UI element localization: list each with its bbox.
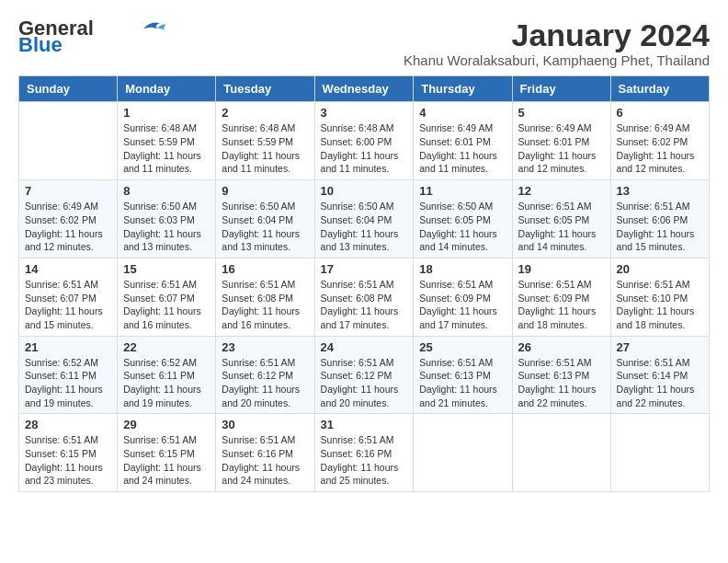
day-content: Sunrise: 6:51 AMSunset: 6:16 PMDaylight:… [222, 433, 308, 488]
table-row: 15Sunrise: 6:51 AMSunset: 6:07 PMDayligh… [118, 258, 216, 336]
day-content: Sunrise: 6:48 AMSunset: 5:59 PMDaylight:… [123, 121, 210, 176]
day-number: 2 [222, 106, 308, 120]
day-content: Sunrise: 6:50 AMSunset: 6:04 PMDaylight:… [321, 200, 408, 254]
table-row: 23Sunrise: 6:51 AMSunset: 6:12 PMDayligh… [216, 336, 314, 414]
day-number: 27 [617, 340, 703, 354]
day-content: Sunrise: 6:51 AMSunset: 6:14 PMDaylight:… [617, 356, 703, 410]
day-content: Sunrise: 6:51 AMSunset: 6:05 PMDaylight:… [518, 200, 605, 254]
day-number: 3 [321, 106, 408, 120]
col-friday: Friday [512, 76, 610, 102]
day-content: Sunrise: 6:51 AMSunset: 6:12 PMDaylight:… [321, 356, 408, 410]
day-content: Sunrise: 6:51 AMSunset: 6:09 PMDaylight:… [419, 278, 506, 332]
day-content: Sunrise: 6:51 AMSunset: 6:13 PMDaylight:… [419, 356, 506, 410]
day-number: 13 [617, 184, 703, 198]
day-number: 25 [419, 340, 506, 354]
table-row: 27Sunrise: 6:51 AMSunset: 6:14 PMDayligh… [610, 336, 709, 414]
logo: General Blue [18, 18, 165, 55]
table-row: 21Sunrise: 6:52 AMSunset: 6:11 PMDayligh… [19, 336, 118, 414]
calendar-week-row: 7Sunrise: 6:49 AMSunset: 6:02 PMDaylight… [19, 180, 710, 259]
table-row: 24Sunrise: 6:51 AMSunset: 6:12 PMDayligh… [314, 336, 414, 414]
day-content: Sunrise: 6:51 AMSunset: 6:06 PMDaylight:… [617, 200, 703, 254]
calendar-table: Sunday Monday Tuesday Wednesday Thursday… [18, 75, 710, 492]
day-content: Sunrise: 6:51 AMSunset: 6:15 PMDaylight:… [25, 433, 111, 488]
table-row: 13Sunrise: 6:51 AMSunset: 6:06 PMDayligh… [610, 180, 709, 259]
table-row [19, 102, 118, 180]
day-number: 24 [321, 340, 408, 354]
col-thursday: Thursday [414, 76, 512, 102]
table-row: 8Sunrise: 6:50 AMSunset: 6:03 PMDaylight… [118, 180, 216, 259]
day-content: Sunrise: 6:52 AMSunset: 6:11 PMDaylight:… [25, 356, 111, 410]
day-number: 12 [518, 184, 605, 198]
table-row: 28Sunrise: 6:51 AMSunset: 6:15 PMDayligh… [19, 414, 118, 492]
calendar-week-row: 21Sunrise: 6:52 AMSunset: 6:11 PMDayligh… [19, 336, 710, 414]
day-content: Sunrise: 6:50 AMSunset: 6:05 PMDaylight:… [419, 200, 506, 254]
day-number: 9 [222, 184, 308, 198]
day-content: Sunrise: 6:51 AMSunset: 6:08 PMDaylight:… [222, 278, 308, 332]
day-number: 26 [518, 340, 605, 354]
day-content: Sunrise: 6:51 AMSunset: 6:12 PMDaylight:… [222, 356, 308, 410]
table-row: 5Sunrise: 6:49 AMSunset: 6:01 PMDaylight… [512, 102, 610, 180]
day-content: Sunrise: 6:49 AMSunset: 6:02 PMDaylight:… [25, 200, 111, 254]
col-wednesday: Wednesday [314, 76, 414, 102]
day-content: Sunrise: 6:51 AMSunset: 6:09 PMDaylight:… [518, 278, 605, 332]
day-number: 4 [419, 106, 506, 120]
page-header: General Blue January 2024 Khanu Woralaks… [18, 18, 710, 68]
day-number: 17 [321, 262, 408, 276]
day-number: 11 [419, 184, 506, 198]
table-row: 17Sunrise: 6:51 AMSunset: 6:08 PMDayligh… [314, 258, 414, 336]
day-content: Sunrise: 6:49 AMSunset: 6:02 PMDaylight:… [617, 121, 703, 176]
day-number: 29 [123, 418, 210, 431]
day-number: 19 [518, 262, 605, 276]
table-row: 31Sunrise: 6:51 AMSunset: 6:16 PMDayligh… [314, 414, 414, 492]
day-content: Sunrise: 6:50 AMSunset: 6:03 PMDaylight:… [123, 200, 210, 254]
day-number: 8 [123, 184, 210, 198]
day-content: Sunrise: 6:52 AMSunset: 6:11 PMDaylight:… [123, 356, 210, 410]
table-row: 1Sunrise: 6:48 AMSunset: 5:59 PMDaylight… [118, 102, 216, 180]
day-content: Sunrise: 6:51 AMSunset: 6:08 PMDaylight:… [321, 278, 408, 332]
day-content: Sunrise: 6:51 AMSunset: 6:07 PMDaylight:… [123, 278, 210, 332]
day-content: Sunrise: 6:49 AMSunset: 6:01 PMDaylight:… [419, 121, 506, 176]
table-row: 14Sunrise: 6:51 AMSunset: 6:07 PMDayligh… [19, 258, 118, 336]
table-row: 6Sunrise: 6:49 AMSunset: 6:02 PMDaylight… [610, 102, 709, 180]
col-sunday: Sunday [19, 76, 118, 102]
table-row: 3Sunrise: 6:48 AMSunset: 6:00 PMDaylight… [314, 102, 414, 180]
day-content: Sunrise: 6:51 AMSunset: 6:16 PMDaylight:… [321, 433, 408, 488]
table-row [414, 414, 512, 492]
day-number: 15 [123, 262, 210, 276]
day-number: 21 [25, 340, 111, 354]
day-number: 18 [419, 262, 506, 276]
day-number: 20 [617, 262, 703, 276]
day-number: 16 [222, 262, 308, 276]
day-number: 23 [222, 340, 308, 354]
logo-bird-icon [138, 18, 165, 35]
day-number: 5 [518, 106, 605, 120]
calendar-week-row: 14Sunrise: 6:51 AMSunset: 6:07 PMDayligh… [19, 258, 710, 336]
day-content: Sunrise: 6:51 AMSunset: 6:10 PMDaylight:… [617, 278, 703, 332]
col-monday: Monday [118, 76, 216, 102]
calendar-week-row: 1Sunrise: 6:48 AMSunset: 5:59 PMDaylight… [19, 102, 710, 180]
day-number: 6 [617, 106, 703, 120]
table-row: 9Sunrise: 6:50 AMSunset: 6:04 PMDaylight… [216, 180, 314, 259]
table-row: 12Sunrise: 6:51 AMSunset: 6:05 PMDayligh… [512, 180, 610, 259]
table-row: 11Sunrise: 6:50 AMSunset: 6:05 PMDayligh… [414, 180, 512, 259]
day-number: 10 [321, 184, 408, 198]
table-row: 29Sunrise: 6:51 AMSunset: 6:15 PMDayligh… [118, 414, 216, 492]
table-row: 25Sunrise: 6:51 AMSunset: 6:13 PMDayligh… [414, 336, 512, 414]
table-row: 26Sunrise: 6:51 AMSunset: 6:13 PMDayligh… [512, 336, 610, 414]
table-row: 19Sunrise: 6:51 AMSunset: 6:09 PMDayligh… [512, 258, 610, 336]
table-row: 18Sunrise: 6:51 AMSunset: 6:09 PMDayligh… [414, 258, 512, 336]
table-row: 22Sunrise: 6:52 AMSunset: 6:11 PMDayligh… [118, 336, 216, 414]
day-content: Sunrise: 6:49 AMSunset: 6:01 PMDaylight:… [518, 121, 605, 176]
col-tuesday: Tuesday [216, 76, 314, 102]
table-row: 2Sunrise: 6:48 AMSunset: 5:59 PMDaylight… [216, 102, 314, 180]
table-row [512, 414, 610, 492]
day-content: Sunrise: 6:51 AMSunset: 6:07 PMDaylight:… [25, 278, 111, 332]
day-content: Sunrise: 6:48 AMSunset: 6:00 PMDaylight:… [321, 121, 408, 176]
calendar-header-row: Sunday Monday Tuesday Wednesday Thursday… [19, 76, 710, 102]
title-block: January 2024 Khanu Woralaksaburi, Kampha… [404, 18, 710, 68]
table-row: 20Sunrise: 6:51 AMSunset: 6:10 PMDayligh… [610, 258, 709, 336]
logo-blue: Blue [18, 35, 63, 55]
day-content: Sunrise: 6:51 AMSunset: 6:15 PMDaylight:… [123, 433, 210, 488]
table-row: 10Sunrise: 6:50 AMSunset: 6:04 PMDayligh… [314, 180, 414, 259]
table-row: 7Sunrise: 6:49 AMSunset: 6:02 PMDaylight… [19, 180, 118, 259]
